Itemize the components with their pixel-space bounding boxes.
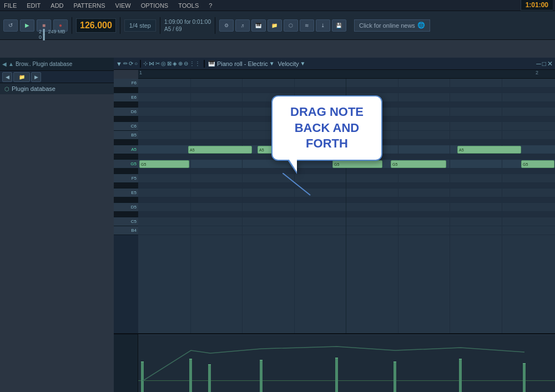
menu-file[interactable]: FILE [2,2,18,9]
save-btn[interactable]: 💾 [332,19,346,32]
browser-btn[interactable]: 📁 [268,19,282,32]
vel-bar-4[interactable] [260,360,263,392]
row-c5 [138,217,555,226]
pr-tool1[interactable]: ✏ [123,60,128,67]
mixer-btn[interactable]: ♬ [235,19,250,32]
key-b4[interactable]: B4 [114,226,138,235]
key-d5[interactable]: D5 [114,203,138,212]
bpm-display[interactable]: 126.000 [76,18,116,33]
note-g5-1[interactable]: G5 [139,160,189,168]
note-g5-2[interactable]: G5 [332,160,382,168]
row-c6s [138,116,555,122]
pr-tool2[interactable]: ⟳ [129,60,133,67]
menu-help[interactable]: ? [207,2,214,9]
menu-edit[interactable]: EDIT [25,2,42,9]
pr-minimize[interactable]: ─ [536,60,541,68]
note-g5-4[interactable]: G5 [521,160,554,168]
piano-roll-header: ▼ ✏ ⟳ ○ ⊹ ⋈ ✂ ◎ ⊠ ◈ ⊕ ⊖ ⋮⋮ 🎹 Piano roll … [114,58,555,70]
pr-select-tool[interactable]: ⊹ [143,60,148,67]
pr-magnet[interactable]: ⋈ [149,60,154,67]
browser-toolbar: ◀ ▲ Brow.. Plugin database [0,58,114,71]
vgrid-major-1 [346,79,346,333]
piano-grid-wrapper: F6 E6 D6 C6 B5 A5 G5 F5 [114,79,555,333]
row-c6 [138,122,555,131]
vel-bar-3[interactable] [208,364,211,392]
note-a5-2[interactable]: A5 [258,146,302,154]
menu-tools[interactable]: TOOLS [176,2,200,9]
key-d6[interactable]: D6 [114,108,138,116]
browser-back-btn[interactable]: ◀ [2,72,12,82]
plugin-btn[interactable]: ⬡ [284,19,298,32]
key-e6b[interactable] [114,88,138,93]
menu-options[interactable]: OPTIONS [139,2,170,9]
plugin-icon: ⬡ [4,86,9,92]
menu-patterns[interactable]: PATTERNS [72,2,107,9]
key-f6[interactable]: F6 [114,79,138,88]
key-g5[interactable]: G5 [114,160,138,169]
key-c5[interactable]: C5 [114,217,138,226]
menu-add[interactable]: ADD [49,2,65,9]
cpu-btn[interactable]: ⚙ [219,19,234,32]
key-a5s[interactable] [114,140,138,145]
pr-zoom-out[interactable]: ⊖ [184,60,188,67]
pr-listen[interactable]: ⋮⋮ [189,60,200,67]
pr-velocity-label: Velocity [278,60,299,67]
key-e5[interactable]: E5 [114,189,138,197]
key-e5b[interactable] [114,183,138,189]
piano-roll-content: 1 2 F6 E6 D6 C6 B5 A5 [114,70,555,333]
key-c5s[interactable] [114,212,138,217]
vel-bar-7[interactable] [459,359,462,392]
pr-piano-icon: 🎹 [208,60,215,67]
menu-view[interactable]: VIEW [114,2,133,9]
vel-bar-1[interactable] [141,362,144,392]
grid-area: A5 A5 A5 G5 G5 G5 G5 ↔ DRAG NOTEBACK AND… [138,79,555,333]
browser-up-icon: ▲ [8,61,14,67]
vel-bar-2[interactable] [189,359,192,392]
pr-slide[interactable]: ⊠ [167,60,171,67]
pr-glue[interactable]: ◈ [173,60,177,67]
row-e6b [138,88,555,93]
pr-dropdown2[interactable]: ▼ [269,60,275,67]
key-b5[interactable]: B5 [114,131,138,140]
vel-bar-6[interactable] [393,362,396,392]
plugin-database-item[interactable]: ⬡ Plugin database [0,83,114,94]
row-f6 [138,79,555,88]
row-c5s [138,212,555,217]
pr-zoom-in[interactable]: ⊕ [178,60,183,67]
export-btn[interactable]: ⤓ [316,19,330,32]
note-a5-3[interactable]: A5 [457,146,521,154]
pr-mute[interactable]: ◎ [161,60,166,67]
pr-maximize[interactable]: □ [542,60,546,68]
note-a5-1[interactable]: A5 [188,146,252,154]
key-c6[interactable]: C6 [114,122,138,131]
piano-roll-btn[interactable]: 🎹 [251,19,266,32]
browser-folder-btn[interactable]: 📁 [13,72,30,82]
browser-fwd-btn[interactable]: ▶ [31,72,41,82]
pr-tool3[interactable]: ○ [134,60,138,67]
pr-cut[interactable]: ✂ [155,60,160,67]
row-a5s [138,140,555,145]
vel-bar-5[interactable] [335,358,338,392]
key-e6[interactable]: E6 [114,93,138,102]
step-display[interactable]: 1/4 step [124,19,156,32]
vgrid-minor-6 [502,79,502,333]
key-f5[interactable]: F5 [114,174,138,183]
key-a5[interactable]: A5 [114,145,138,154]
news-button[interactable]: Click for online news 🌐 [354,19,430,32]
key-c6s[interactable] [114,116,138,122]
key-d6s[interactable] [114,102,138,108]
loop-button[interactable]: ↺ [3,19,18,32]
pr-close[interactable]: ✕ [547,60,553,68]
note-g5-3[interactable]: G5 [391,160,446,168]
key-d5s[interactable] [114,197,138,203]
key-g5s[interactable] [114,154,138,160]
row-g5s [138,154,555,160]
play-button[interactable]: ▶ [20,19,34,32]
key-f5s[interactable] [114,169,138,174]
eq-btn[interactable]: ≋ [300,19,314,32]
news-text: Click for online news [359,22,415,29]
vel-bar-8[interactable] [523,363,526,392]
row-e5 [138,189,555,197]
pr-dropdown-icon[interactable]: ▼ [116,60,122,67]
pr-vel-dropdown[interactable]: ▼ [300,60,305,67]
